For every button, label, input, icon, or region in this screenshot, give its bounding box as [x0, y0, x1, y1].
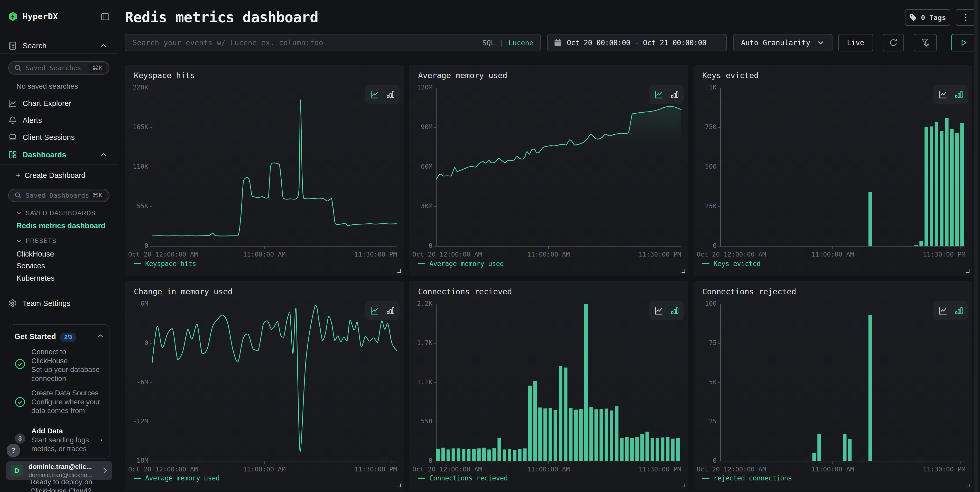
chevron-up-icon[interactable]	[97, 334, 104, 338]
lucene-toggle[interactable]: Lucene	[508, 39, 533, 47]
sidebar-item-team-settings[interactable]: Team Settings	[0, 296, 118, 310]
line-chart-toggle-icon[interactable]	[370, 90, 379, 99]
chart-canvas	[694, 65, 972, 275]
y-axis-tick-label: 0	[125, 242, 148, 249]
kebab-menu-icon	[964, 13, 967, 22]
time-range-picker[interactable]: Oct 20 00:00:00 - Oct 21 00:00:00	[547, 34, 727, 51]
line-chart-toggle-icon[interactable]	[939, 90, 947, 99]
chart-panel: Change in memory used 6M0-6M-12M-18MOct …	[125, 281, 404, 490]
sidebar-item-client-sessions[interactable]: Client Sessions	[0, 130, 118, 145]
bar-chart-toggle-icon[interactable]	[955, 307, 963, 315]
saved-dashboards-header[interactable]: SAVED DASHBOARDS	[16, 210, 96, 217]
line-chart-toggle-icon[interactable]	[370, 306, 379, 315]
sidebar-item-services[interactable]: Services	[16, 262, 45, 270]
resize-handle[interactable]	[966, 483, 969, 487]
user-account-row[interactable]: D dominic.tran@clic... dominic.tran@clic…	[6, 461, 112, 480]
chart-panel: Keys evicted 1K7505002500Oct 20 12:00:00…	[694, 65, 972, 275]
resize-handle[interactable]	[397, 483, 401, 487]
get-started-step-connect[interactable]: Connect to ClickHouse Set up your databa…	[14, 347, 105, 383]
saved-searches-input[interactable]: Saved Searches ⌘K	[8, 61, 110, 75]
help-button[interactable]: ?	[7, 444, 20, 457]
refresh-button[interactable]	[883, 34, 904, 51]
gear-icon	[8, 299, 17, 308]
x-axis-tick-label: Oct 20 12:00:00 AM	[412, 251, 482, 258]
hyperdx-app: HyperDX Search S	[0, 0, 980, 492]
bar-chart-toggle-icon[interactable]	[387, 91, 395, 99]
presets-header[interactable]: PRESETS	[16, 237, 57, 244]
chart-panel: Connections rejected 1007550250Oct 20 12…	[694, 281, 972, 490]
chart-type-toolbar	[365, 301, 399, 320]
user-name: dominic.tran@clic...	[29, 463, 103, 471]
y-axis-tick-label: 25	[694, 417, 717, 425]
event-search-input[interactable]: Search your events w/ Lucene ex. column:…	[125, 34, 541, 51]
search-icon	[14, 64, 22, 72]
bar-chart-toggle-icon[interactable]	[955, 91, 963, 99]
filter-button[interactable]	[914, 34, 937, 51]
legend-swatch	[702, 263, 710, 264]
x-axis-tick-label: 11:30:00 PM	[354, 251, 397, 258]
line-chart-toggle-icon[interactable]	[654, 306, 663, 315]
bar-chart-toggle-icon[interactable]	[671, 307, 679, 315]
x-axis-tick-label: Oct 20 12:00:00 AM	[697, 251, 766, 258]
chart-type-toolbar	[365, 85, 399, 104]
sidebar-item-redis-dashboard[interactable]: Redis metrics dashboard	[16, 221, 106, 230]
arrow-right-icon: →	[96, 435, 104, 443]
chart-type-toolbar	[649, 301, 684, 320]
resize-handle[interactable]	[681, 269, 685, 273]
filter-edit-icon	[921, 38, 930, 47]
sidebar-item-chart-explorer[interactable]: Chart Explorer	[0, 96, 118, 110]
legend-swatch	[134, 478, 141, 479]
x-axis-tick-label: Oct 20 12:00:00 AM	[697, 465, 766, 473]
sidebar-item-alerts[interactable]: Alerts	[0, 113, 118, 127]
chevron-up-icon	[100, 153, 107, 157]
sidebar-collapse-icon[interactable]	[101, 12, 110, 21]
live-button[interactable]: Live	[838, 34, 873, 51]
resize-handle[interactable]	[966, 269, 969, 273]
sidebar-item-label: Chart Explorer	[22, 99, 72, 108]
legend-swatch	[702, 478, 710, 479]
chart-canvas	[125, 65, 404, 275]
tags-button[interactable]: 0 Tags	[905, 9, 950, 26]
play-button[interactable]	[951, 34, 977, 51]
y-axis-tick-label: 220K	[125, 84, 148, 91]
get-started-step-add-data[interactable]: 3 Add Data Start sending logs, metrics, …	[14, 427, 105, 454]
saved-dashboards-input[interactable]: Saved Dashboards ⌘K	[8, 189, 110, 202]
sidebar-item-kubernetes[interactable]: Kubernetes	[16, 274, 54, 282]
x-axis-tick-label: 11:00:00 AM	[243, 251, 286, 258]
sidebar-item-search[interactable]: Search	[0, 38, 118, 53]
x-axis-tick-label: 11:00:00 AM	[527, 251, 570, 258]
get-started-step-sources[interactable]: Create Data Sources Configure where your…	[14, 389, 105, 416]
scrollbar[interactable]	[974, 0, 978, 492]
resize-handle[interactable]	[681, 483, 685, 487]
chevron-down-icon	[16, 212, 22, 215]
legend-label: rejected connections	[714, 474, 792, 482]
legend-swatch	[418, 478, 425, 479]
bar-chart-toggle-icon[interactable]	[671, 91, 679, 99]
line-chart-toggle-icon[interactable]	[654, 90, 663, 99]
step-title: Add Data	[31, 427, 103, 436]
y-axis-tick-label: 1.1K	[409, 378, 433, 386]
saved-searches-placeholder: Saved Searches	[26, 64, 89, 72]
step-number-badge: 3	[15, 433, 25, 444]
sidebar-item-clickhouse[interactable]: ClickHouse	[16, 250, 54, 258]
sidebar-item-label: Dashboards	[22, 151, 66, 159]
chart-panel: Keyspace hits 220K165K110K55K0Oct 20 12:…	[125, 65, 404, 275]
sql-toggle[interactable]: SQL	[482, 39, 495, 47]
chart-type-toolbar	[934, 301, 968, 320]
more-options-button[interactable]	[956, 9, 975, 26]
y-axis-tick-label: 110K	[125, 163, 148, 170]
toggle-separator: |	[500, 39, 504, 47]
sidebar-item-dashboards[interactable]: Dashboards	[0, 148, 118, 162]
no-saved-searches-note: No saved searches	[16, 82, 78, 91]
chart-legend: rejected connections	[702, 474, 792, 482]
resize-handle[interactable]	[397, 269, 401, 273]
create-dashboard-button[interactable]: + Create Dashboard	[0, 168, 118, 183]
y-axis-tick-label: -6M	[125, 378, 148, 386]
dashboards-icon	[8, 150, 17, 159]
line-chart-toggle-icon[interactable]	[939, 306, 947, 315]
y-axis-tick-label: 750	[694, 123, 717, 131]
x-axis-tick-label: Oct 20 12:00:00 AM	[412, 465, 482, 473]
bar-chart-toggle-icon[interactable]	[387, 307, 395, 315]
granularity-select[interactable]: Auto Granularity	[733, 34, 832, 51]
y-axis-tick-label: 1K	[694, 84, 717, 91]
